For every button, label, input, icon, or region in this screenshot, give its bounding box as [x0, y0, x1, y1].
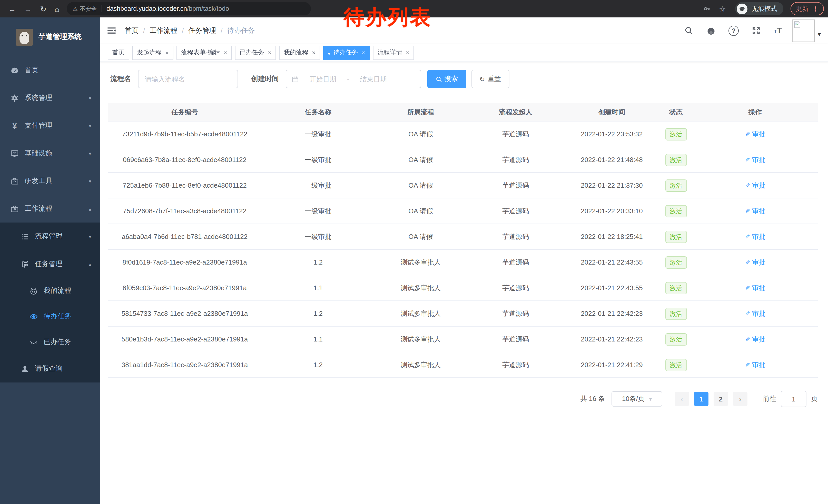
tab-process-detail[interactable]: 流程详情 — [373, 45, 414, 60]
page-button-1[interactable]: 1 — [694, 392, 708, 406]
incognito-label: 无痕模式 — [752, 4, 777, 13]
chevron-down-icon — [89, 123, 91, 129]
sidebar-item-devtools[interactable]: 研发工具 — [0, 167, 100, 195]
goto-page-input[interactable] — [781, 391, 806, 407]
tab-home[interactable]: 首页 — [108, 45, 129, 60]
sidebar-item-task-mgmt[interactable]: 任务管理 — [0, 250, 100, 278]
approve-link[interactable]: 审批 — [745, 334, 765, 344]
toolbox-icon — [10, 177, 19, 185]
approve-link[interactable]: 审批 — [745, 232, 765, 241]
top-navbar: 首页 / 工作流程 / 任务管理 / 待办任务 ? — [100, 17, 828, 44]
sidebar-item-infrastructure[interactable]: 基础设施 — [0, 139, 100, 167]
sidebar-item-home[interactable]: 首页 — [0, 56, 100, 84]
search-button[interactable]: 搜索 — [427, 70, 466, 88]
create-time-label: 创建时间 — [251, 74, 279, 84]
browser-forward-icon[interactable] — [24, 5, 32, 12]
password-key-icon[interactable] — [703, 5, 711, 13]
cell-task-name: 1.2 — [262, 361, 374, 369]
close-icon[interactable] — [312, 49, 316, 56]
help-question-icon[interactable]: ? — [729, 26, 739, 36]
approve-link[interactable]: 审批 — [745, 181, 765, 190]
cell-create-time: 2022-01-21 22:43:55 — [564, 284, 659, 292]
approve-link[interactable]: 审批 — [745, 258, 765, 267]
cell-create-time: 2022-01-22 21:48:48 — [564, 156, 659, 164]
cell-starter: 芋道源码 — [467, 232, 564, 241]
browser-reload-icon[interactable] — [40, 5, 46, 12]
page-unit-label: 页 — [811, 394, 818, 404]
cell-task-id: a6aba0a4-7b6d-11ec-b781-acde48001122 — [108, 233, 262, 240]
tab-todo-tasks[interactable]: 待办任务 — [323, 45, 370, 60]
avatar-caret-icon[interactable] — [818, 31, 821, 38]
next-page-button[interactable] — [733, 392, 747, 406]
approve-link[interactable]: 审批 — [745, 130, 765, 139]
sidebar-item-system[interactable]: 系统管理 — [0, 84, 100, 112]
sidebar-item-leave-query[interactable]: 请假查询 — [0, 355, 100, 382]
sidebar: 芋道管理系统 首页 系统管理 支 — [0, 17, 100, 504]
cell-starter: 芋道源码 — [467, 181, 564, 190]
app-logo-row[interactable]: 芋道管理系统 — [0, 17, 100, 56]
sidebar-item-process-mgmt[interactable]: 流程管理 — [0, 223, 100, 250]
status-badge: 激活 — [665, 333, 687, 345]
status-badge: 激活 — [665, 153, 687, 166]
close-icon[interactable] — [268, 49, 272, 56]
cell-starter: 芋道源码 — [467, 207, 564, 216]
approve-link[interactable]: 审批 — [745, 360, 765, 369]
cell-task-id: 580e1b3d-7ac8-11ec-a9e2-a2380e71991a — [108, 335, 262, 343]
close-icon[interactable] — [165, 49, 169, 56]
chevron-up-icon — [89, 261, 91, 267]
browser-update-button[interactable]: 更新 — [791, 2, 824, 15]
cell-starter: 芋道源码 — [467, 360, 564, 369]
approve-link[interactable]: 审批 — [745, 155, 765, 164]
breadcrumb-workflow[interactable]: 工作流程 — [150, 26, 177, 35]
fullscreen-icon[interactable] — [752, 26, 761, 35]
active-dot-icon — [328, 49, 330, 56]
sidebar-item-my-process[interactable]: 我的流程 — [0, 278, 100, 304]
table-row: 069c6a63-7b8a-11ec-8ef0-acde48001122 一级审… — [108, 147, 818, 173]
approve-link[interactable]: 审批 — [745, 283, 765, 292]
sidebar-item-done-tasks[interactable]: 已办任务 — [0, 329, 100, 355]
browser-menu-icon[interactable] — [809, 4, 819, 13]
edit-icon — [745, 156, 752, 164]
close-icon[interactable] — [362, 49, 365, 56]
browser-back-icon[interactable] — [8, 5, 16, 12]
sidebar-item-payment[interactable]: 支付管理 — [0, 112, 100, 139]
close-icon[interactable] — [224, 49, 227, 56]
tab-my-process[interactable]: 我的流程 — [279, 45, 320, 60]
goto-label: 前往 — [763, 394, 776, 404]
cell-process: OA 请假 — [374, 130, 467, 139]
chevron-up-icon — [89, 206, 91, 212]
search-icon[interactable] — [685, 26, 694, 35]
prev-page-button[interactable] — [675, 392, 689, 406]
avatar[interactable] — [792, 19, 815, 42]
close-icon[interactable] — [406, 49, 409, 56]
cell-task-name: 1.1 — [262, 335, 374, 343]
address-bar[interactable]: 不安全 dashboard.yudao.iocoder.cn/bpm/task/… — [67, 2, 310, 15]
reset-button[interactable]: 重置 — [471, 70, 509, 88]
start-date-input[interactable] — [302, 75, 344, 83]
approve-link[interactable]: 审批 — [745, 207, 765, 216]
gear-icon — [10, 94, 19, 102]
breadcrumb-current: 待办任务 — [227, 26, 255, 35]
page-size-select[interactable]: 10条/页 — [612, 391, 662, 407]
github-icon[interactable] — [706, 26, 716, 35]
process-name-input[interactable] — [138, 75, 237, 83]
page-button-2[interactable]: 2 — [714, 392, 728, 406]
sidebar-item-workflow[interactable]: 工作流程 — [0, 195, 100, 223]
table-header: 任务编号 任务名称 所属流程 流程发起人 创建时间 状态 操作 — [108, 103, 818, 122]
approve-link[interactable]: 审批 — [745, 309, 765, 318]
sidebar-item-todo-tasks[interactable]: 待办任务 — [0, 304, 100, 329]
breadcrumb-separator: / — [221, 27, 223, 34]
end-date-input[interactable] — [353, 75, 395, 83]
sidebar-collapse-icon[interactable] — [107, 26, 117, 35]
tab-done-tasks[interactable]: 已办任务 — [235, 45, 276, 60]
calendar-icon — [291, 75, 299, 83]
browser-home-icon[interactable] — [55, 5, 59, 12]
date-range-picker[interactable]: - — [286, 70, 421, 88]
breadcrumb-home[interactable]: 首页 — [125, 26, 138, 35]
tab-start-process[interactable]: 发起流程 — [132, 45, 173, 60]
breadcrumb-task-mgmt[interactable]: 任务管理 — [189, 26, 216, 35]
bookmark-star-icon[interactable] — [719, 5, 726, 12]
font-size-icon[interactable]: TT — [774, 27, 782, 35]
tab-form-edit[interactable]: 流程表单-编辑 — [176, 45, 232, 60]
browser-toolbar: 不安全 dashboard.yudao.iocoder.cn/bpm/task/… — [0, 0, 828, 17]
